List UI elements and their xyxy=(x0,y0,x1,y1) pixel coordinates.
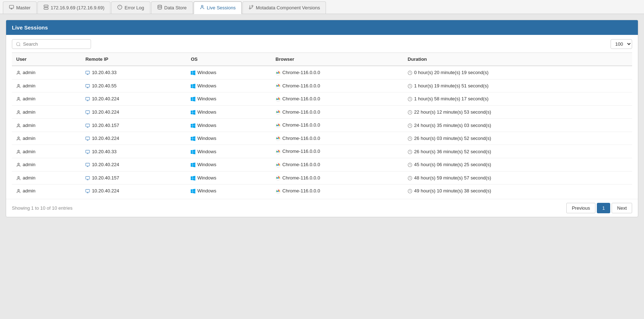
svg-rect-36 xyxy=(86,97,90,100)
card-footer: Showing 1 to 10 of 10 entries Previous 1… xyxy=(6,199,638,217)
col-browser: Browser xyxy=(271,53,403,66)
svg-point-105 xyxy=(277,191,278,192)
cell-browser: Chrome-116.0.0.0 xyxy=(271,158,403,171)
cell-browser: Chrome-116.0.0.0 xyxy=(271,132,403,145)
svg-point-44 xyxy=(18,111,19,112)
cell-duration: 49 hour(s) 10 minute(s) 38 second(s) xyxy=(403,184,632,197)
search-icon xyxy=(16,42,21,47)
cell-user: admin xyxy=(12,145,81,158)
cell-os: Windows xyxy=(186,145,271,158)
svg-rect-99 xyxy=(86,190,90,192)
tab-label: Master xyxy=(16,5,31,10)
sessions-table: User Remote IP OS Browser Duration admin… xyxy=(12,53,632,197)
cell-os: Windows xyxy=(186,158,271,171)
svg-rect-0 xyxy=(9,5,14,8)
cell-duration: 24 hour(s) 35 minute(s) 03 second(s) xyxy=(403,119,632,132)
search-input[interactable] xyxy=(23,41,87,47)
cell-os: Windows xyxy=(186,171,271,184)
tab-bar: Master172.16.9.69 (172.16.9.69)Error Log… xyxy=(0,0,644,14)
exclamation-icon xyxy=(117,5,122,11)
tab-label: 172.16.9.69 (172.16.9.69) xyxy=(51,5,105,10)
tab-datastore[interactable]: Data Store xyxy=(151,1,193,14)
table-row: admin 10.20.40.33 Windows Chrome-116.0.0… xyxy=(12,145,632,158)
cell-remote-ip: 10.20.40.33 xyxy=(81,145,186,158)
svg-point-35 xyxy=(18,97,19,99)
svg-point-26 xyxy=(18,85,19,86)
cell-browser: Chrome-116.0.0.0 xyxy=(271,119,403,132)
svg-rect-18 xyxy=(86,71,90,74)
svg-point-24 xyxy=(277,72,278,73)
cell-remote-ip: 10.20.40.224 xyxy=(81,105,186,119)
table-row: admin 10.20.40.224 Windows Chrome-116.0.… xyxy=(12,105,632,119)
cell-remote-ip: 10.20.40.55 xyxy=(81,79,186,92)
svg-point-69 xyxy=(277,138,278,139)
cell-user: admin xyxy=(12,66,81,79)
svg-point-87 xyxy=(277,164,278,165)
svg-point-62 xyxy=(18,137,19,138)
cell-browser: Chrome-116.0.0.0 xyxy=(271,66,403,79)
cell-user: admin xyxy=(12,79,81,92)
cell-remote-ip: 10.20.40.157 xyxy=(81,119,186,132)
svg-point-14 xyxy=(249,8,251,9)
cell-user: admin xyxy=(12,171,81,184)
search-box[interactable] xyxy=(12,39,91,49)
svg-rect-45 xyxy=(86,111,90,114)
main-content: Live Sessions 10 25 50 100 xyxy=(0,14,644,223)
tab-motadata[interactable]: Motadata Component Versions xyxy=(242,1,326,14)
svg-rect-54 xyxy=(86,124,90,127)
server-icon xyxy=(44,5,49,11)
cell-os: Windows xyxy=(186,66,271,79)
svg-point-71 xyxy=(18,150,19,151)
cell-browser: Chrome-116.0.0.0 xyxy=(271,145,403,158)
cell-user: admin xyxy=(12,158,81,171)
cell-remote-ip: 10.20.40.224 xyxy=(81,184,186,197)
tab-master[interactable]: Master xyxy=(3,1,37,14)
tab-label: Data Store xyxy=(164,5,187,10)
svg-point-98 xyxy=(18,190,19,191)
table-row: admin 10.20.40.224 Windows Chrome-116.0.… xyxy=(12,158,632,171)
monitor-icon xyxy=(9,5,14,11)
svg-rect-72 xyxy=(86,150,90,153)
svg-rect-4 xyxy=(44,8,48,9)
cell-browser: Chrome-116.0.0.0 xyxy=(271,184,403,197)
svg-point-80 xyxy=(18,163,19,165)
page-size-select[interactable]: 10 25 50 100 xyxy=(611,39,632,49)
user-icon xyxy=(200,5,205,11)
cell-duration: 0 hour(s) 20 minute(s) 19 second(s) xyxy=(403,66,632,79)
svg-point-17 xyxy=(18,71,19,73)
svg-point-42 xyxy=(277,99,278,100)
table-row: admin 10.20.40.224 Windows Chrome-116.0.… xyxy=(12,92,632,106)
pagination: Previous 1 Next xyxy=(566,203,632,213)
cell-duration: 1 hour(s) 19 minute(s) 51 second(s) xyxy=(403,79,632,92)
cell-browser: Chrome-116.0.0.0 xyxy=(271,92,403,106)
svg-point-78 xyxy=(277,151,278,152)
tab-label: Live Sessions xyxy=(207,5,236,10)
cell-browser: Chrome-116.0.0.0 xyxy=(271,171,403,184)
page-1-button[interactable]: 1 xyxy=(597,203,610,213)
table-row: admin 10.20.40.33 Windows Chrome-116.0.0… xyxy=(12,66,632,79)
branch-icon xyxy=(249,5,254,11)
tab-ip[interactable]: 172.16.9.69 (172.16.9.69) xyxy=(37,1,111,14)
cell-user: admin xyxy=(12,132,81,145)
table-row: admin 10.20.40.224 Windows Chrome-116.0.… xyxy=(12,132,632,145)
cell-remote-ip: 10.20.40.224 xyxy=(81,92,186,106)
svg-rect-81 xyxy=(86,163,90,166)
tab-livesessions[interactable]: Live Sessions xyxy=(194,1,242,14)
tab-errorlog[interactable]: Error Log xyxy=(111,1,150,14)
svg-point-96 xyxy=(277,178,278,179)
cell-remote-ip: 10.20.40.157 xyxy=(81,171,186,184)
svg-rect-63 xyxy=(86,137,90,140)
cell-remote-ip: 10.20.40.224 xyxy=(81,132,186,145)
cell-user: admin xyxy=(12,105,81,119)
table-row: admin 10.20.40.157 Windows Chrome-116.0.… xyxy=(12,119,632,132)
previous-button[interactable]: Previous xyxy=(566,203,595,213)
cell-os: Windows xyxy=(186,105,271,119)
col-os: OS xyxy=(186,53,271,66)
cell-user: admin xyxy=(12,92,81,106)
col-user: User xyxy=(12,53,81,66)
tab-label: Error Log xyxy=(124,5,144,10)
next-button[interactable]: Next xyxy=(612,203,632,213)
cell-browser: Chrome-116.0.0.0 xyxy=(271,79,403,92)
table-row: admin 10.20.40.55 Windows Chrome-116.0.0… xyxy=(12,79,632,92)
showing-text: Showing 1 to 10 of 10 entries xyxy=(12,205,72,211)
